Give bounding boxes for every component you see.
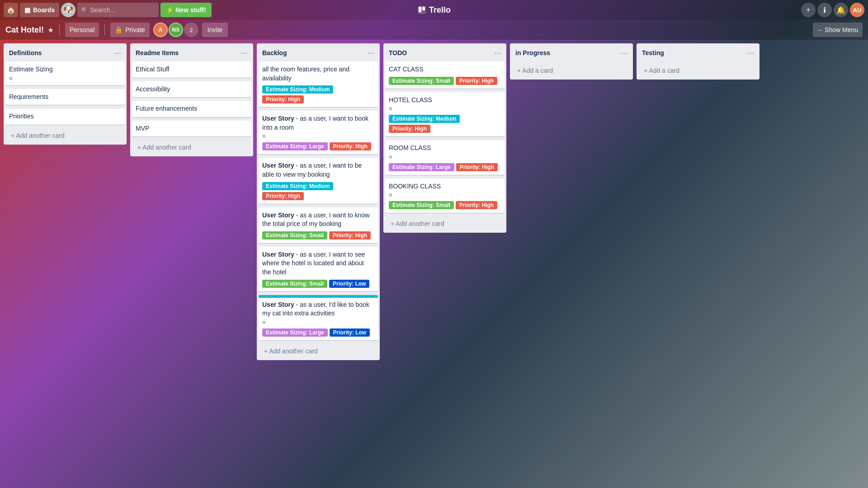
list-item[interactable]: all the room features, price and availab… bbox=[259, 61, 378, 107]
new-stuff-button[interactable]: ⚡ New stuff! bbox=[160, 3, 212, 17]
invite-button[interactable]: Invite bbox=[202, 23, 228, 37]
lock-icon: 🔒 bbox=[115, 26, 123, 33]
card-badges: Estimate Sizing: LargePriority: High bbox=[389, 163, 501, 171]
card-badge: Estimate Sizing: Medium bbox=[389, 115, 460, 123]
card-badge: Estimate Sizing: Small bbox=[262, 280, 327, 288]
list-item[interactable]: User Story - as a user, I want to know t… bbox=[259, 207, 378, 243]
card-title: CAT CLASS bbox=[389, 65, 501, 74]
card-title: Requirements bbox=[9, 93, 121, 102]
home-button[interactable]: 🏠 bbox=[4, 3, 18, 17]
card-badge: Estimate Sizing: Small bbox=[389, 77, 454, 85]
list-menu-inprogress[interactable]: ··· bbox=[619, 48, 629, 58]
card-title: User Story - as a user, I'd like to book… bbox=[262, 300, 374, 318]
svg-rect-1 bbox=[419, 7, 421, 12]
card-meta: ≡ bbox=[262, 319, 374, 326]
trello-logo-icon bbox=[417, 5, 426, 14]
list-item[interactable]: HOTEL CLASS≡Estimate Sizing: MediumPrior… bbox=[385, 92, 505, 137]
dog-avatar[interactable]: 🐶 bbox=[61, 3, 75, 17]
card-badges: Estimate Sizing: LargePriority: Low bbox=[262, 328, 374, 337]
card-badge: Priority: Low bbox=[330, 328, 370, 337]
list-cards-readme: Ethical StuffAccessibilityFuture enhance… bbox=[130, 61, 253, 156]
nav-right: + ℹ 🔔 AU bbox=[801, 3, 864, 17]
description-icon: ≡ bbox=[262, 133, 266, 140]
member-avatar-1[interactable]: A bbox=[153, 23, 168, 37]
description-icon: ≡ bbox=[262, 319, 266, 326]
personal-label: Personal bbox=[70, 26, 94, 33]
list-item[interactable]: MVP bbox=[132, 121, 251, 137]
description-icon: ≡ bbox=[389, 105, 392, 112]
top-nav: 🏠 ▦ Boards 🐶 🔍 ⚡ New stuff! Trello + ℹ 🔔… bbox=[0, 0, 868, 20]
list-menu-testing[interactable]: ··· bbox=[745, 48, 756, 58]
search-input[interactable] bbox=[77, 3, 159, 17]
list-item[interactable]: Ethical Stuff bbox=[132, 61, 251, 78]
list-testing: Testing···+ Add a card bbox=[637, 43, 760, 80]
list-menu-readme[interactable]: ··· bbox=[239, 48, 250, 58]
star-button[interactable]: ★ bbox=[47, 26, 54, 34]
list-item[interactable]: User Story - as a user, I'd like to book… bbox=[259, 295, 378, 340]
description-icon: ≡ bbox=[389, 154, 392, 160]
list-header-readme: Readme Items··· bbox=[130, 43, 253, 61]
card-title: User Story - as a user, I want to be abl… bbox=[262, 161, 374, 179]
board-nav: Cat Hotel! ★ Personal 🔒 Private A NS 2 I… bbox=[0, 20, 868, 40]
star-icon: ★ bbox=[47, 26, 54, 34]
notifications-button[interactable]: 🔔 bbox=[834, 3, 848, 17]
add-card-button-definitions[interactable]: + Add another card bbox=[5, 128, 125, 143]
user-avatar[interactable]: AU bbox=[850, 3, 864, 17]
list-title-definitions: Definitions bbox=[9, 49, 42, 56]
list-item[interactable]: Requirements bbox=[5, 89, 125, 105]
help-button[interactable]: ℹ bbox=[817, 3, 832, 17]
list-inprogress: in Progress···+ Add a card bbox=[510, 43, 633, 80]
card-title: all the room features, price and availab… bbox=[262, 65, 374, 83]
card-badges: Estimate Sizing: MediumPriority: High bbox=[389, 115, 501, 133]
boards-button[interactable]: ▦ Boards bbox=[20, 3, 59, 17]
list-menu-definitions[interactable]: ··· bbox=[113, 48, 123, 58]
list-item[interactable]: BOOKING CLASS≡Estimate Sizing: SmallPrio… bbox=[385, 178, 505, 213]
card-badges: Estimate Sizing: SmallPriority: High bbox=[389, 77, 501, 85]
list-title-testing: Testing bbox=[642, 49, 664, 56]
list-menu-backlog[interactable]: ··· bbox=[366, 48, 376, 58]
private-label: Private bbox=[125, 26, 145, 33]
list-item[interactable]: ROOM CLASS≡Estimate Sizing: LargePriorit… bbox=[385, 140, 505, 175]
private-button[interactable]: 🔒 Private bbox=[110, 23, 150, 37]
add-card-button-readme[interactable]: + Add another card bbox=[132, 140, 251, 155]
dots-icon: ··· bbox=[817, 26, 823, 33]
card-badge: Priority: High bbox=[389, 125, 430, 133]
show-menu-button[interactable]: ··· Show Menu bbox=[813, 23, 863, 37]
list-menu-todo[interactable]: ··· bbox=[492, 48, 503, 58]
card-title: Ethical Stuff bbox=[136, 65, 248, 74]
list-item[interactable]: User Story - as a user, I want to be abl… bbox=[259, 158, 378, 203]
list-title-inprogress: in Progress bbox=[515, 49, 550, 56]
list-item[interactable]: User Story - as a user, I want to see wh… bbox=[259, 247, 378, 291]
list-cards-todo: CAT CLASSEstimate Sizing: SmallPriority:… bbox=[383, 61, 506, 233]
personal-button[interactable]: Personal bbox=[65, 23, 99, 37]
list-item[interactable]: User Story - as a user, I want to book i… bbox=[259, 111, 378, 154]
list-header-backlog: Backlog··· bbox=[257, 43, 380, 61]
list-item[interactable]: Priorities bbox=[5, 108, 125, 125]
boards-label: Boards bbox=[33, 6, 55, 14]
add-card-button-backlog[interactable]: + Add another card bbox=[259, 344, 378, 358]
add-card-button-testing[interactable]: + Add a card bbox=[638, 63, 758, 78]
card-badge: Estimate Sizing: Medium bbox=[262, 85, 333, 94]
card-badges: Estimate Sizing: MediumPriority: High bbox=[262, 85, 374, 103]
member-avatars: A NS 2 bbox=[153, 23, 198, 37]
list-item[interactable]: Accessibility bbox=[132, 81, 251, 98]
board-nav-right: ··· Show Menu bbox=[813, 23, 863, 37]
add-card-button-todo[interactable]: + Add another card bbox=[385, 216, 505, 231]
new-stuff-label: New stuff! bbox=[175, 6, 206, 14]
list-header-testing: Testing··· bbox=[637, 43, 760, 61]
card-meta: ≡ bbox=[389, 105, 501, 112]
list-title-backlog: Backlog bbox=[262, 49, 287, 56]
list-item[interactable]: CAT CLASSEstimate Sizing: SmallPriority:… bbox=[385, 61, 505, 89]
card-meta: ≡ bbox=[9, 75, 121, 82]
card-title: Future enhancements bbox=[136, 104, 248, 113]
add-card-button-inprogress[interactable]: + Add a card bbox=[512, 63, 631, 78]
member-avatar-2[interactable]: NS bbox=[169, 23, 183, 37]
home-icon: 🏠 bbox=[6, 6, 15, 14]
card-title: HOTEL CLASS bbox=[389, 96, 501, 105]
list-item[interactable]: Estimate Sizing≡ bbox=[5, 61, 125, 85]
board-title[interactable]: Cat Hotel! bbox=[5, 25, 44, 35]
member-count[interactable]: 2 bbox=[184, 23, 198, 37]
list-item[interactable]: Future enhancements bbox=[132, 101, 251, 117]
add-button[interactable]: + bbox=[801, 3, 816, 17]
trello-text: Trello bbox=[429, 5, 451, 15]
